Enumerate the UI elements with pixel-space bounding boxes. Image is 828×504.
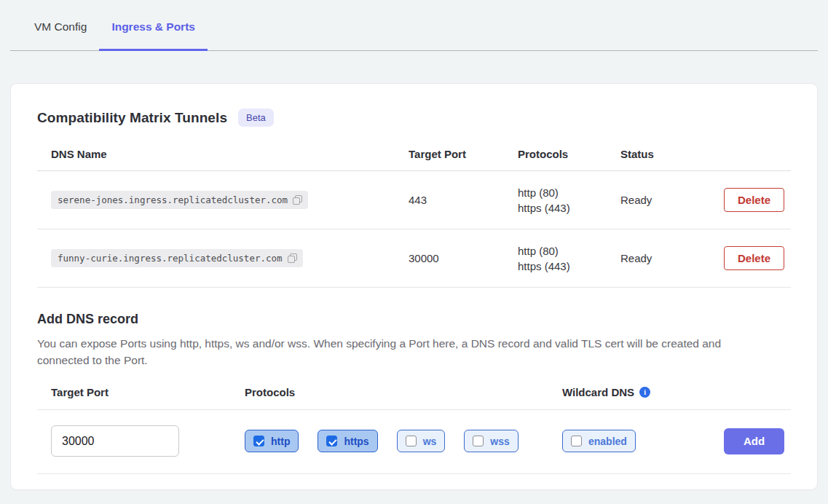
form-header-row: Target Port Protocols Wildcard DNS i — [37, 369, 791, 410]
checkbox-icon — [326, 436, 337, 446]
status-value: Ready — [620, 194, 722, 206]
checkbox-wss[interactable]: wss — [464, 430, 518, 452]
table-row: serene-jones.ingress.replicatedcluster.c… — [37, 171, 791, 229]
checkbox-http[interactable]: http — [245, 430, 299, 452]
table-header-row: DNS Name Target Port Protocols Status — [37, 135, 791, 171]
col-header-status: Status — [620, 148, 722, 160]
dns-name-pill: funny-curie.ingress.replicatedcluster.co… — [51, 249, 303, 267]
checkbox-icon — [571, 436, 582, 446]
checkbox-wildcard-enabled[interactable]: enabled — [562, 430, 636, 452]
card-title: Compatibility Matrix Tunnels — [37, 110, 227, 126]
tab-vm-config[interactable]: VM Config — [22, 0, 99, 51]
protocol-line: http (80) — [518, 243, 620, 259]
tab-ingress-ports[interactable]: Ingress & Ports — [99, 0, 208, 51]
form-label-wildcard-dns: Wildcard DNS i — [562, 386, 650, 398]
target-port-value: 30000 — [409, 252, 518, 264]
card-title-row: Compatibility Matrix Tunnels Beta — [37, 84, 791, 127]
checkbox-label: wss — [490, 436, 509, 447]
tunnels-table: DNS Name Target Port Protocols Status se… — [37, 135, 791, 288]
protocol-line: http (80) — [518, 185, 620, 200]
checkbox-icon — [253, 436, 264, 446]
wildcard-dns-text: Wildcard DNS — [562, 386, 634, 398]
protocol-line: https (443) — [518, 200, 620, 216]
dns-name-text: funny-curie.ingress.replicatedcluster.co… — [58, 253, 283, 264]
form-row: http https ws wss enabled Add — [37, 410, 791, 474]
add-dns-record-description: You can expose Ports using http, https, … — [37, 335, 773, 369]
protocol-options-group: http https ws wss — [245, 430, 562, 452]
tab-bar: VM Config Ingress & Ports — [10, 0, 818, 51]
delete-button[interactable]: Delete — [724, 246, 784, 270]
protocols-cell: http (80) https (443) — [518, 243, 620, 274]
copy-icon[interactable] — [293, 195, 302, 205]
table-row: funny-curie.ingress.replicatedcluster.co… — [37, 229, 791, 288]
form-label-target-port: Target Port — [51, 386, 245, 398]
checkbox-icon — [406, 436, 417, 446]
protocol-line: https (443) — [518, 259, 620, 274]
add-dns-record-title: Add DNS record — [37, 312, 791, 327]
add-button[interactable]: Add — [724, 428, 784, 454]
dns-name-text: serene-jones.ingress.replicatedcluster.c… — [58, 194, 288, 205]
beta-badge: Beta — [238, 109, 274, 127]
checkbox-icon — [473, 436, 484, 446]
delete-button[interactable]: Delete — [724, 188, 784, 212]
checkbox-label: enabled — [588, 436, 627, 447]
dns-name-pill: serene-jones.ingress.replicatedcluster.c… — [51, 191, 308, 209]
col-header-target-port: Target Port — [409, 148, 518, 160]
copy-icon[interactable] — [288, 253, 297, 263]
checkbox-ws[interactable]: ws — [397, 430, 446, 452]
protocols-cell: http (80) https (443) — [518, 185, 620, 216]
info-icon[interactable]: i — [639, 387, 650, 398]
target-port-value: 443 — [409, 194, 518, 206]
tunnels-card: Compatibility Matrix Tunnels Beta DNS Na… — [10, 83, 818, 490]
checkbox-label: https — [344, 436, 368, 447]
status-value: Ready — [620, 252, 722, 264]
col-header-protocols: Protocols — [518, 148, 620, 160]
checkbox-label: ws — [423, 436, 437, 447]
form-label-protocols: Protocols — [245, 386, 562, 398]
col-header-dns-name: DNS Name — [37, 148, 409, 160]
checkbox-https[interactable]: https — [318, 430, 377, 452]
target-port-input[interactable] — [51, 425, 179, 457]
checkbox-label: http — [271, 436, 290, 447]
